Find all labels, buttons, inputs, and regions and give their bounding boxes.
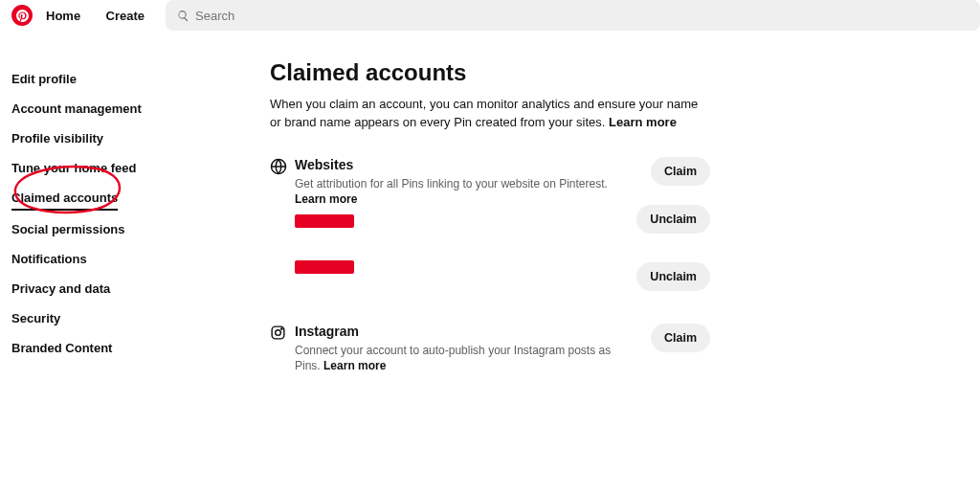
instagram-icon <box>270 324 295 375</box>
svg-point-3 <box>281 328 282 329</box>
search-input[interactable] <box>195 9 969 23</box>
sidebar-item-security[interactable]: Security <box>11 303 60 333</box>
search-icon <box>177 10 189 22</box>
redacted-text <box>295 217 354 225</box>
websites-title: Websites <box>295 157 624 172</box>
instagram-text: Connect your account to auto-publish you… <box>295 343 624 375</box>
nav-create[interactable]: Create <box>106 9 145 23</box>
learn-more-link[interactable]: Learn more <box>609 115 677 129</box>
instagram-title: Instagram <box>295 324 624 339</box>
page-description: When you claim an account, you can monit… <box>270 96 710 132</box>
unclaim-button[interactable]: Unclaim <box>636 205 710 234</box>
sidebar-item-tune-home-feed[interactable]: Tune your home feed <box>11 153 137 183</box>
sidebar-item-notifications[interactable]: Notifications <box>11 244 87 274</box>
globe-icon <box>270 157 295 291</box>
sidebar-item-privacy-data[interactable]: Privacy and data <box>11 274 110 303</box>
section-websites: Websites Get attribution for all Pins li… <box>270 157 710 291</box>
sidebar-item-branded-content[interactable]: Branded Content <box>11 333 112 363</box>
instagram-learn-more-link[interactable]: Learn more <box>323 359 386 372</box>
unclaim-button[interactable]: Unclaim <box>636 262 710 291</box>
svg-point-2 <box>276 329 281 335</box>
sidebar-item-account-management[interactable]: Account management <box>11 94 142 123</box>
main-content: Claimed accounts When you claim an accou… <box>270 59 710 407</box>
websites-text: Get attribution for all Pins linking to … <box>295 176 624 209</box>
redacted-text <box>295 263 354 271</box>
sidebar-item-social-permissions[interactable]: Social permissions <box>11 214 125 244</box>
websites-learn-more-link[interactable]: Learn more <box>295 192 357 206</box>
pinterest-logo-icon[interactable] <box>11 5 33 26</box>
nav-home[interactable]: Home <box>46 9 80 23</box>
page-title: Claimed accounts <box>270 59 710 86</box>
search-bar[interactable] <box>166 0 980 31</box>
claim-button[interactable]: Claim <box>651 324 710 352</box>
sidebar-item-claimed-accounts[interactable]: Claimed accounts <box>11 183 118 211</box>
settings-sidebar: Edit profile Account management Profile … <box>11 59 270 407</box>
sidebar-item-profile-visibility[interactable]: Profile visibility <box>11 123 103 153</box>
sidebar-item-edit-profile[interactable]: Edit profile <box>11 64 77 94</box>
claim-button[interactable]: Claim <box>651 157 710 186</box>
section-instagram: Instagram Connect your account to auto-p… <box>270 324 710 375</box>
